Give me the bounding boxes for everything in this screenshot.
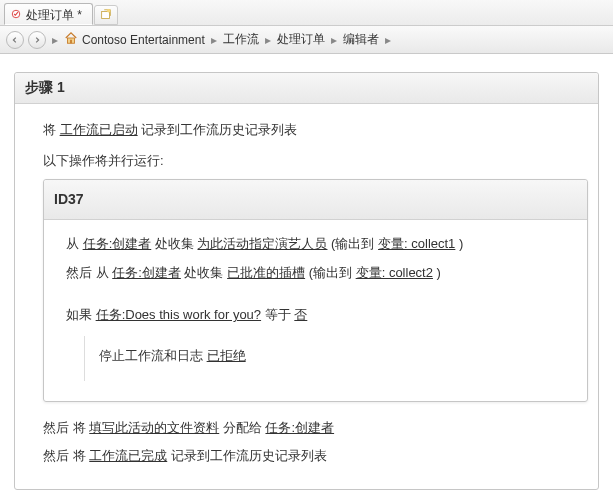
tab-title: 处理订单 * <box>26 7 82 24</box>
step-container: 步骤 1 将 工作流已启动 记录到工作流历史记录列表 以下操作将并行运行: ID… <box>14 72 599 490</box>
step-header[interactable]: 步骤 1 <box>15 73 598 104</box>
action-stop-workflow[interactable]: 停止工作流和日志 已拒绝 <box>99 344 577 369</box>
arrow-left-icon <box>11 36 19 44</box>
new-tab-icon <box>99 8 113 22</box>
nav-bar: ▸ Contoso Entertainment ▸ 工作流 ▸ 处理订单 ▸ 编… <box>0 26 613 54</box>
action-assign-docs[interactable]: 然后 将 填写此活动的文件资料 分配给 任务:创建者 <box>43 416 588 441</box>
condition-block: 如果 任务:Does this work for you? 等于 否 停止工作流… <box>66 303 577 380</box>
chevron-right-icon: ▸ <box>52 33 58 47</box>
workflow-editor: 步骤 1 将 工作流已启动 记录到工作流历史记录列表 以下操作将并行运行: ID… <box>0 54 613 502</box>
link-approved-slot[interactable]: 已批准的插槽 <box>227 265 305 280</box>
chevron-right-icon: ▸ <box>385 33 391 47</box>
nav-forward-button[interactable] <box>28 31 46 49</box>
breadcrumb-level2[interactable]: 处理订单 <box>277 31 325 48</box>
svg-rect-1 <box>102 12 110 19</box>
chevron-right-icon: ▸ <box>265 33 271 47</box>
link-fill-docs[interactable]: 填写此活动的文件资料 <box>89 420 219 435</box>
chevron-right-icon: ▸ <box>211 33 217 47</box>
tab-active[interactable]: 处理订单 * <box>4 3 93 25</box>
condition-body: 停止工作流和日志 已拒绝 <box>84 336 577 381</box>
svg-rect-4 <box>70 40 72 44</box>
chevron-right-icon: ▸ <box>331 33 337 47</box>
link-workflow-complete[interactable]: 工作流已完成 <box>89 448 167 463</box>
tab-check-icon <box>11 8 21 22</box>
nav-back-button[interactable] <box>6 31 24 49</box>
tab-bar: 处理订单 * <box>0 0 613 26</box>
link-value-no[interactable]: 否 <box>294 307 307 322</box>
link-assign-performer[interactable]: 为此活动指定演艺人员 <box>197 236 327 251</box>
breadcrumb-level3[interactable]: 编辑者 <box>343 31 379 48</box>
action-collect-1[interactable]: 从 任务:创建者 处收集 为此活动指定演艺人员 (输出到 变量: collect… <box>66 232 577 257</box>
link-task-creator-3[interactable]: 任务:创建者 <box>265 420 334 435</box>
step-body: 将 工作流已启动 记录到工作流历史记录列表 以下操作将并行运行: ID37 从 … <box>15 104 598 489</box>
action-log-complete[interactable]: 然后 将 工作流已完成 记录到工作流历史记录列表 <box>43 444 588 469</box>
arrow-right-icon <box>33 36 41 44</box>
link-var-collect2[interactable]: 变量: collect2 <box>356 265 433 280</box>
parallel-block-title[interactable]: ID37 <box>44 180 587 220</box>
condition-line[interactable]: 如果 任务:Does this work for you? 等于 否 <box>66 303 577 328</box>
link-task-creator-1[interactable]: 任务:创建者 <box>83 236 152 251</box>
action-collect-2[interactable]: 然后 从 任务:创建者 处收集 已批准的插槽 (输出到 变量: collect2… <box>66 261 577 286</box>
link-task-question[interactable]: 任务:Does this work for you? <box>96 307 261 322</box>
home-icon <box>64 31 78 48</box>
link-var-collect1[interactable]: 变量: collect1 <box>378 236 455 251</box>
parallel-block-body: 从 任务:创建者 处收集 为此活动指定演艺人员 (输出到 变量: collect… <box>44 220 587 401</box>
link-workflow-started[interactable]: 工作流已启动 <box>60 122 138 137</box>
link-rejected[interactable]: 已拒绝 <box>207 348 246 363</box>
parallel-label: 以下操作将并行运行: <box>43 149 588 174</box>
new-tab-button[interactable] <box>94 5 118 25</box>
breadcrumb-site[interactable]: Contoso Entertainment <box>82 33 205 47</box>
link-task-creator-2[interactable]: 任务:创建者 <box>112 265 181 280</box>
breadcrumb-level1[interactable]: 工作流 <box>223 31 259 48</box>
svg-point-2 <box>107 9 111 13</box>
action-log-start[interactable]: 将 工作流已启动 记录到工作流历史记录列表 <box>43 118 588 143</box>
parallel-block: ID37 从 任务:创建者 处收集 为此活动指定演艺人员 (输出到 变量: co… <box>43 179 588 401</box>
